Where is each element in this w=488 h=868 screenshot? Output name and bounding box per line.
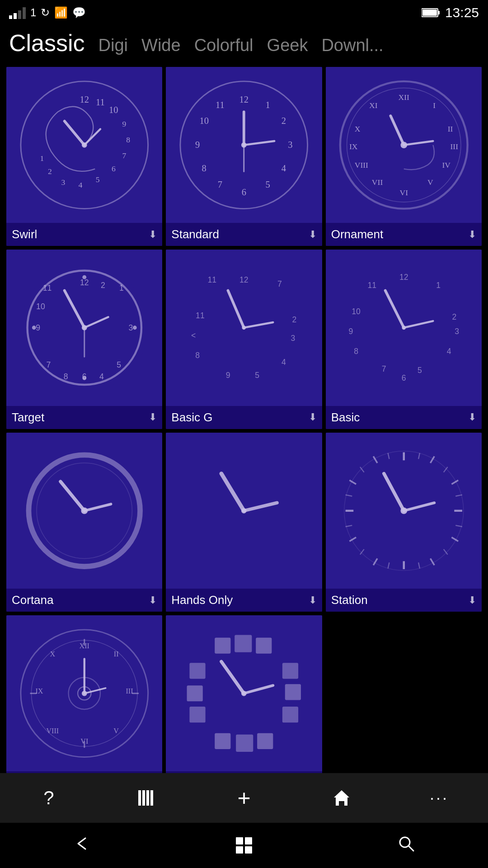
status-right: 13:25 <box>422 5 479 20</box>
clock-item-standard[interactable]: 12 1 2 3 4 5 6 7 8 9 10 11 Standard ⬇ <box>166 67 322 246</box>
clock-item-postit[interactable]: Post it ⬇ <box>166 615 322 794</box>
clock-item-oldie[interactable]: XII II III V VI VIII IX X <box>6 615 162 794</box>
home-button[interactable] <box>324 780 360 816</box>
svg-text:9: 9 <box>195 140 200 150</box>
svg-point-144 <box>400 507 407 514</box>
clock-preview-station <box>326 433 482 589</box>
status-left: 1 ↻ 📶 💬 <box>9 6 86 19</box>
svg-text:12: 12 <box>399 273 408 282</box>
tab-digi[interactable]: Digi <box>99 36 128 55</box>
add-button[interactable]: + <box>226 780 262 816</box>
svg-text:10: 10 <box>200 116 209 126</box>
svg-text:XII: XII <box>398 93 409 102</box>
svg-rect-172 <box>236 735 253 752</box>
tab-wide[interactable]: Wide <box>141 36 181 55</box>
svg-rect-168 <box>282 663 298 679</box>
clock-item-station[interactable]: Station ⬇ <box>326 433 482 612</box>
svg-text:3: 3 <box>61 178 65 187</box>
svg-text:8: 8 <box>126 135 130 144</box>
clock-preview-swirl: 12 11 10 9 8 7 6 5 4 3 2 1 <box>6 67 162 223</box>
clock-item-cortana[interactable]: Cortana ⬇ <box>6 433 162 612</box>
wifi-sync-icon: ↻ <box>41 6 50 19</box>
clock-item-swirl[interactable]: 12 11 10 9 8 7 6 5 4 3 2 1 Swirl <box>6 67 162 246</box>
svg-text:5: 5 <box>255 371 259 380</box>
svg-text:3: 3 <box>455 327 459 336</box>
clock-item-basicg[interactable]: 12 7 2 3 4 5 8 < 11 11 9 Basic G ⬇ <box>166 250 322 429</box>
svg-text:7: 7 <box>122 151 126 160</box>
signal-icon <box>9 6 26 19</box>
tab-geek[interactable]: Geek <box>267 36 308 55</box>
svg-point-74 <box>82 325 87 330</box>
svg-text:3: 3 <box>128 323 133 332</box>
search-button[interactable] <box>397 835 415 857</box>
svg-text:9: 9 <box>122 119 126 128</box>
svg-text:6: 6 <box>401 373 406 382</box>
download-icon-basic[interactable]: ⬇ <box>468 411 476 423</box>
svg-text:1: 1 <box>266 99 270 109</box>
windows-button[interactable] <box>236 837 252 854</box>
svg-rect-174 <box>190 707 206 722</box>
svg-rect-167 <box>256 637 272 653</box>
svg-line-185 <box>408 846 413 851</box>
svg-rect-181 <box>142 790 145 806</box>
clock-item-target[interactable]: 12 1 3 5 6 7 9 11 2 10 8 4 Target ⬇ <box>6 250 162 429</box>
svg-text:X: X <box>50 650 55 658</box>
svg-rect-183 <box>150 790 153 806</box>
tab-colorful[interactable]: Colorful <box>194 36 253 55</box>
signal-number: 1 <box>30 6 36 19</box>
svg-text:I: I <box>433 100 436 109</box>
svg-rect-2 <box>422 9 437 16</box>
clock-item-basic[interactable]: 12 1 2 3 4 5 6 7 8 9 10 11 Basic ⬇ <box>326 250 482 429</box>
svg-text:4: 4 <box>78 180 82 189</box>
download-icon-target[interactable]: ⬇ <box>149 411 157 423</box>
back-button[interactable] <box>73 835 91 857</box>
svg-rect-176 <box>190 663 206 679</box>
nav-tabs: Classic Digi Wide Colorful Geek Downl... <box>0 25 488 63</box>
svg-text:7: 7 <box>277 279 282 288</box>
time-display: 13:25 <box>445 5 479 20</box>
more-button[interactable]: ··· <box>421 780 457 816</box>
tab-classic[interactable]: Classic <box>9 29 85 57</box>
svg-text:8: 8 <box>354 347 358 356</box>
svg-text:12: 12 <box>80 278 89 287</box>
download-icon-cortana[interactable]: ⬇ <box>149 594 157 606</box>
clock-preview-target: 12 1 3 5 6 7 9 11 2 10 8 4 <box>6 250 162 406</box>
svg-point-89 <box>242 326 246 330</box>
download-icon-standard[interactable]: ⬇ <box>309 229 317 241</box>
svg-text:6: 6 <box>82 372 87 381</box>
svg-text:7: 7 <box>381 364 386 373</box>
svg-rect-182 <box>146 790 149 806</box>
svg-text:9: 9 <box>348 327 353 336</box>
clock-preview-postit <box>166 615 322 771</box>
svg-text:5: 5 <box>418 366 422 375</box>
clock-preview-standard: 12 1 2 3 4 5 6 7 8 9 10 11 <box>166 67 322 223</box>
download-icon-swirl[interactable]: ⬇ <box>149 229 157 241</box>
tab-downl[interactable]: Downl... <box>321 36 383 55</box>
svg-text:2: 2 <box>292 315 297 324</box>
help-button[interactable]: ? <box>31 780 67 816</box>
svg-rect-180 <box>138 790 141 806</box>
library-button[interactable] <box>128 780 164 816</box>
clock-item-ornament[interactable]: XII I II III IV V VI VII VIII IX X XI Or… <box>326 67 482 246</box>
clock-label-cortana: Cortana ⬇ <box>6 589 162 612</box>
download-icon-ornament[interactable]: ⬇ <box>468 229 476 241</box>
svg-point-111 <box>81 507 88 514</box>
svg-text:4: 4 <box>99 372 104 381</box>
svg-text:5: 5 <box>117 360 121 369</box>
svg-text:12: 12 <box>239 275 249 284</box>
download-icon-basicg[interactable]: ⬇ <box>309 411 317 423</box>
svg-rect-175 <box>187 685 203 701</box>
svg-point-35 <box>241 142 247 148</box>
svg-text:IV: IV <box>442 160 450 170</box>
svg-text:7: 7 <box>47 360 51 369</box>
svg-rect-165 <box>215 637 230 653</box>
download-icon-station[interactable]: ⬇ <box>468 594 476 606</box>
svg-text:11: 11 <box>96 97 105 107</box>
svg-rect-173 <box>215 733 230 749</box>
download-icon-handsonly[interactable]: ⬇ <box>309 594 317 606</box>
svg-text:8: 8 <box>202 163 206 173</box>
svg-text:X: X <box>354 124 360 133</box>
clock-item-handsonly[interactable]: Hands Only ⬇ <box>166 433 322 612</box>
clock-label-station: Station ⬇ <box>326 589 482 612</box>
svg-text:VIII: VIII <box>46 727 59 735</box>
